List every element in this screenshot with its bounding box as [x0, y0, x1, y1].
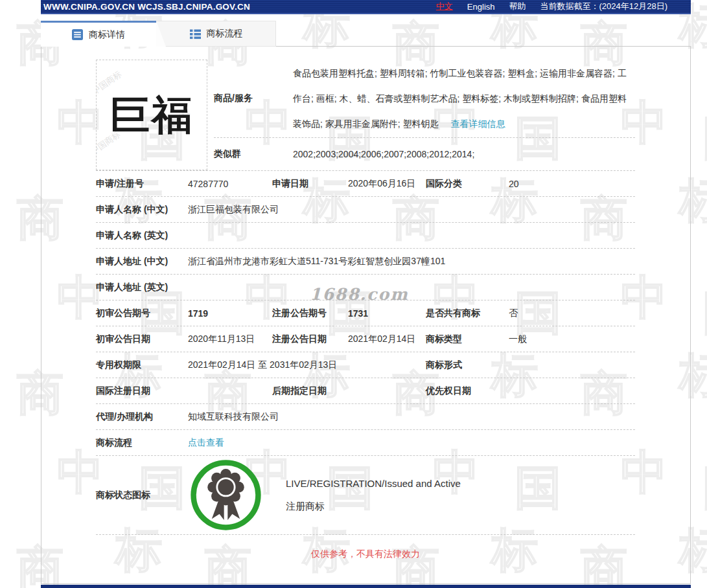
view-details-link[interactable]: 查看详细信息 [450, 119, 505, 129]
reg-pub-date-label: 注册公告日期 [272, 334, 348, 345]
goods-services-value: 食品包装用塑料托盘; 塑料周转箱; 竹制工业包装容器; 塑料盒; 运输用非金属容… [293, 61, 635, 137]
applicant-cn-label: 申请人名称 (中文) [96, 204, 188, 216]
lang-chinese-link[interactable]: 中文 [436, 1, 453, 12]
address-cn-label: 申请人地址 (中文) [96, 256, 188, 267]
registered-medal-icon [189, 458, 262, 532]
priority-date-label: 优先权日期 [426, 385, 635, 397]
first-pub-date-label: 初审公告日期 [96, 334, 188, 345]
trademark-detail-page: WWW.CNIPA.GOV.CN WCJS.SBJ.CNIPA.GOV.CN 中… [41, 0, 691, 584]
reg-no-label: 申请/注册号 [96, 178, 188, 190]
table-row: 申请人名称 (中文) 浙江巨福包装有限公司 [96, 197, 635, 223]
tab-trademark-detail[interactable]: 商标详情 [41, 21, 156, 47]
status-content: LIVE/REGISTRATION/Issued and Active 注册商标 [188, 458, 635, 532]
applicant-en-label: 申请人名称 (英文) [96, 230, 188, 242]
data-cutoff-text: 当前数据截至：(2024年12月28日) [540, 1, 668, 12]
goods-services-row: 商品/服务 食品包装用塑料托盘; 塑料周转箱; 竹制工业包装容器; 塑料盒; 运… [214, 60, 635, 138]
similar-group-label: 类似群 [214, 148, 293, 160]
table-row: 申请人地址 (英文) [96, 275, 635, 300]
detail-table: 中国商标 中国商标 中国商标 巨福 商品/服务 食品包装用塑料托盘; 塑料周转箱… [96, 60, 635, 576]
reg-pub-no-value: 1731 [348, 308, 426, 319]
similar-group-value: 2002;2003;2004;2006;2007;2008;2012;2014; [293, 149, 635, 159]
first-pub-no-value: 1719 [188, 308, 272, 319]
first-pub-date-value: 2020年11月13日 [188, 334, 272, 345]
lang-english-link[interactable]: English [467, 2, 495, 12]
table-row: 初审公告期号 1719 注册公告期号 1731 是否共有商标 否 [96, 300, 635, 326]
intl-reg-date-label: 国际注册日期 [96, 385, 272, 397]
status-line-chinese: 注册商标 [286, 501, 461, 513]
trademark-image: 中国商标 中国商标 中国商标 巨福 [96, 60, 207, 170]
reg-no-value: 47287770 [188, 179, 272, 189]
mark-type-value: 一般 [509, 334, 635, 345]
similar-group-row: 类似群 2002;2003;2004;2006;2007;2008;2012;2… [214, 138, 635, 170]
first-pub-no-label: 初审公告期号 [96, 308, 188, 319]
process-list-icon [190, 28, 201, 40]
trademark-name-text: 巨福 [110, 88, 194, 142]
table-row: 初审公告日期 2020年11月13日 注册公告日期 2021年02月14日 商标… [96, 326, 635, 352]
tab-trademark-process[interactable]: 商标流程 [156, 21, 276, 47]
late-designation-label: 后期指定日期 [272, 385, 426, 397]
process-label: 商标流程 [96, 437, 188, 449]
mark-type-label: 商标类型 [426, 334, 509, 345]
goods-services-label: 商品/服务 [214, 93, 293, 104]
top-bar: WWW.CNIPA.GOV.CN WCJS.SBJ.CNIPA.GOV.CN 中… [41, 0, 691, 14]
address-en-label: 申请人地址 (英文) [96, 282, 188, 293]
table-row: 商标状态图标 [96, 456, 635, 535]
detail-list-icon [72, 29, 83, 40]
table-row: 中国商标 中国商标 中国商标 巨福 商品/服务 食品包装用塑料托盘; 塑料周转箱… [96, 60, 635, 171]
click-to-view-link[interactable]: 点击查看 [188, 437, 224, 447]
app-date-value: 2020年06月16日 [348, 178, 426, 190]
help-link[interactable]: 帮助 [509, 1, 526, 12]
table-row: 商标流程 点击查看 [96, 430, 635, 456]
tab-detail-label: 商标详情 [89, 29, 125, 41]
status-text-block: LIVE/REGISTRATION/Issued and Active 注册商标 [286, 478, 461, 513]
tab-bar: 商标详情 商标流程 [41, 21, 691, 47]
table-row: 申请人地址 (中文) 浙江省温州市龙港市彩虹大道511-731号彩虹智慧创业园3… [96, 249, 635, 275]
intl-class-label: 国际分类 [426, 178, 509, 190]
goods-section: 商品/服务 食品包装用塑料托盘; 塑料周转箱; 竹制工业包装容器; 塑料盒; 运… [214, 60, 635, 170]
table-row: 代理/办理机构 知域互联科技有限公司 [96, 404, 635, 430]
term-value: 2021年02月14日 至 2031年02月13日 [188, 359, 426, 371]
detail-content-box: 中国商标 中国商标 中国商标 巨福 商品/服务 食品包装用塑料托盘; 塑料周转箱… [41, 46, 691, 584]
table-row: 专用权期限 2021年02月14日 至 2031年02月13日 商标形式 [96, 352, 635, 378]
footer-bar [41, 585, 691, 588]
status-icon-label: 商标状态图标 [96, 490, 188, 501]
table-row: 申请/注册号 47287770 申请日期 2020年06月16日 国际分类 20 [96, 171, 635, 197]
legal-disclaimer: 仅供参考，不具有法律效力 [96, 535, 635, 576]
agency-value: 知域互联科技有限公司 [188, 411, 635, 423]
app-date-label: 申请日期 [272, 178, 348, 190]
table-row: 申请人名称 (英文) [96, 223, 635, 249]
mark-form-label: 商标形式 [426, 359, 509, 371]
top-nav: 中文 English 帮助 当前数据截至：(2024年12月28日) [436, 1, 667, 12]
reg-pub-no-label: 注册公告期号 [272, 308, 348, 319]
term-label: 专用权期限 [96, 359, 188, 371]
reg-pub-date-value: 2021年02月14日 [348, 334, 426, 345]
intl-class-value: 20 [509, 179, 635, 189]
address-cn-value: 浙江省温州市龙港市彩虹大道511-731号彩虹智慧创业园37幢101 [188, 256, 635, 267]
site-urls: WWW.CNIPA.GOV.CN WCJS.SBJ.CNIPA.GOV.CN [43, 2, 250, 12]
table-row: 国际注册日期 后期指定日期 优先权日期 [96, 378, 635, 404]
status-line-english: LIVE/REGISTRATION/Issued and Active [286, 478, 461, 489]
shared-mark-label: 是否共有商标 [426, 308, 509, 319]
tab-process-label: 商标流程 [207, 28, 243, 40]
shared-mark-value: 否 [509, 308, 635, 319]
applicant-cn-value: 浙江巨福包装有限公司 [188, 204, 635, 216]
agency-label: 代理/办理机构 [96, 411, 188, 423]
